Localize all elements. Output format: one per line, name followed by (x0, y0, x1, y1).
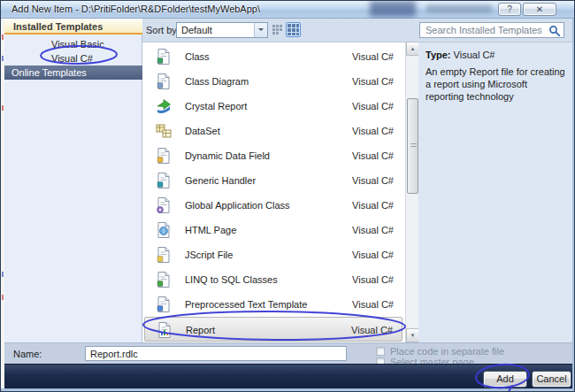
list-item-name: Dynamic Data Field (185, 150, 270, 161)
list-item-language: Visual C# (352, 225, 394, 235)
type-row: Type: Visual C# (426, 50, 494, 60)
titlebar[interactable]: Add New Item - D:\PritiFolder\R&DFolder\… (1, 1, 575, 19)
template-description: An empty Report file for creating a repo… (426, 65, 565, 103)
sidebar-item-visual-csharp[interactable]: Visual C# (4, 51, 142, 65)
list-item[interactable]: Report Visual C# (144, 317, 402, 342)
help-button[interactable]: ? (498, 3, 521, 16)
class-document-icon (155, 48, 172, 65)
list-item[interactable]: JScript File Visual C# (144, 242, 402, 267)
list-item-language: Visual C# (352, 126, 394, 136)
installed-templates-header[interactable]: Installed Templates (4, 19, 142, 35)
name-label: Name: (13, 349, 42, 359)
sort-by-value: Default (181, 25, 212, 35)
class-diagram-icon (155, 73, 172, 90)
scroll-down-icon: ▼ (410, 333, 416, 338)
list-item-name: LINQ to SQL Classes (185, 274, 278, 285)
background-bleed-artifact (426, 4, 492, 13)
sort-by-label: Sort by: (146, 25, 180, 35)
cancel-button[interactable]: Cancel (532, 371, 571, 388)
list-item-name: Preprocessed Text Template (185, 299, 307, 310)
add-button[interactable]: Add (483, 371, 527, 388)
list-item-name: DataSet (185, 126, 220, 136)
window-title: Add New Item - D:\PritiFolder\R&DFolder\… (12, 4, 260, 14)
search-box (419, 22, 564, 38)
footer-bar: Add Cancel (4, 364, 572, 388)
scrollbar-thumb[interactable] (407, 98, 418, 194)
medium-icons-view-button[interactable] (286, 22, 301, 37)
medium-icons-icon (288, 24, 299, 35)
list-item-language: Visual C# (352, 250, 394, 260)
list-item-language: Visual C# (352, 200, 394, 211)
generic-handler-icon (155, 172, 172, 189)
list-item-language: Visual C# (351, 325, 393, 335)
list-item-name: JScript File (185, 250, 233, 260)
list-item-name: Class (185, 51, 210, 62)
list-item-language: Visual C# (352, 299, 394, 310)
list-item[interactable]: Global Application Class Visual C# (144, 193, 402, 218)
scroll-up-button[interactable]: ▲ (406, 42, 419, 56)
list-item-language: Visual C# (352, 51, 394, 62)
small-icons-view-button[interactable] (271, 23, 284, 36)
jscript-file-icon (155, 246, 172, 264)
small-icons-icon (272, 25, 282, 35)
list-item[interactable]: LINQ to SQL Classes Visual C# (144, 267, 402, 292)
dataset-icon (155, 122, 172, 140)
list-item[interactable]: Class Diagram Visual C# (144, 69, 402, 94)
list-item[interactable]: Dynamic Data Field Visual C# (144, 143, 402, 168)
linq-to-sql-icon (155, 271, 172, 288)
list-item-name: HTML Page (185, 225, 236, 235)
chevron-down-icon (254, 23, 267, 37)
templates-sidebar: Installed Templates Visual Basic Visual … (4, 19, 142, 342)
close-button[interactable]: ✕ (523, 3, 556, 16)
preprocessed-text-template-icon (155, 296, 172, 313)
list-item-language: Visual C# (352, 274, 394, 285)
list-item[interactable]: DataSet Visual C# (144, 119, 402, 143)
search-icon[interactable] (548, 24, 562, 38)
list-item[interactable]: Class Visual C# (144, 44, 402, 69)
list-item[interactable]: Generic Handler Visual C# (144, 168, 402, 193)
list-item[interactable]: HTML Page Visual C# (144, 218, 402, 242)
place-code-checkbox (376, 347, 385, 356)
scroll-up-icon: ▲ (410, 46, 416, 51)
background-bleed-artifact (370, 1, 416, 17)
dialog-content: Installed Templates Visual Basic Visual … (4, 19, 572, 388)
list-item-language: Visual C# (352, 175, 394, 186)
help-icon: ? (507, 4, 512, 14)
list-item-name: Report (186, 325, 215, 335)
type-label: Type: (426, 50, 451, 60)
list-item-name: Generic Handler (185, 175, 256, 186)
window-bottom-edge (1, 388, 575, 392)
list-item-language: Visual C# (352, 101, 394, 111)
list-item[interactable]: Preprocessed Text Template Visual C# (144, 292, 402, 317)
list-scrollbar[interactable]: ▲ ▼ (405, 42, 418, 342)
template-details-panel: Type: Visual C# An empty Report file for… (418, 42, 572, 342)
type-value: Visual C# (454, 50, 495, 60)
close-icon: ✕ (536, 4, 543, 14)
template-list: Class Visual C# Class Diagram Visual C# … (142, 42, 405, 342)
scroll-down-button[interactable]: ▼ (406, 328, 419, 342)
list-item-language: Visual C# (352, 76, 394, 87)
list-item-name: Crystal Report (185, 101, 247, 111)
html-page-icon (155, 221, 172, 239)
name-input[interactable] (85, 346, 347, 361)
sort-by-dropdown[interactable]: Default (176, 22, 268, 38)
sidebar-item-visual-basic[interactable]: Visual Basic (4, 37, 142, 51)
search-input[interactable] (424, 24, 546, 36)
list-item[interactable]: Crystal Report Visual C# (144, 94, 402, 119)
list-item-language: Visual C# (352, 150, 394, 161)
add-new-item-dialog: Add New Item - D:\PritiFolder\R&DFolder\… (0, 0, 575, 392)
place-code-checkbox-label: Place code in separate file (390, 346, 504, 357)
dynamic-data-field-icon (155, 147, 172, 165)
list-item-name: Class Diagram (185, 76, 249, 87)
list-item-name: Global Application Class (185, 200, 290, 211)
report-icon (156, 321, 173, 339)
online-templates-header[interactable]: Online Templates (4, 65, 142, 80)
global-application-class-icon (155, 196, 172, 214)
crystal-report-icon (155, 97, 172, 115)
name-row: Name: Place code in separate file Select… (4, 342, 572, 364)
